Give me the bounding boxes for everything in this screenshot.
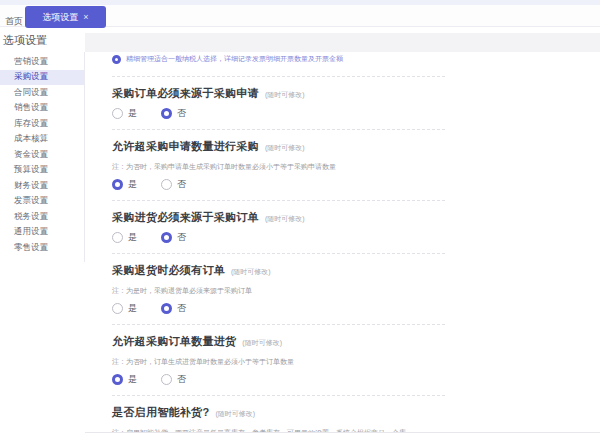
modifiable-hint: (随时可修改) bbox=[265, 143, 305, 153]
radio-button[interactable] bbox=[161, 374, 172, 385]
page-title: 选项设置 bbox=[3, 33, 47, 48]
tab-bar: 首页 选项设置 × bbox=[0, 5, 600, 27]
sidebar-item[interactable]: 库存设置 bbox=[0, 116, 84, 132]
setting-title: 允许超采购订单数量进货 bbox=[112, 334, 236, 349]
sidebar-item[interactable]: 营销设置 bbox=[0, 54, 84, 70]
radio-row: 是 否 bbox=[112, 107, 445, 120]
tab-options-settings-label: 选项设置 bbox=[42, 11, 78, 24]
sidebar-item[interactable]: 发票设置 bbox=[0, 194, 84, 210]
options-settings-page: 首页 选项设置 × 选项设置 营销设置采购设置合同设置销售设置库存设置成本核算资… bbox=[0, 0, 600, 446]
setting-block: 允许超采购订单数量进货 (随时可修改) 注：为否时，订单生成进货单时数量必须小于… bbox=[112, 325, 445, 396]
sidebar-item[interactable]: 资金设置 bbox=[0, 147, 84, 163]
radio-label: 否 bbox=[177, 302, 186, 315]
setting-block: 是否启用智能补货? (随时可修改) 注：启用智能补货，需要注意最低最高库存、参考… bbox=[112, 396, 445, 432]
footer-divider bbox=[85, 432, 600, 433]
tab-home[interactable]: 首页 bbox=[5, 10, 23, 32]
setting-note: 注：为否时，采购申请单生成采购订单时数量必须小于等于采购申请数量 bbox=[112, 162, 412, 172]
modifiable-hint: (随时可修改) bbox=[231, 267, 271, 277]
modifiable-hint: (随时可修改) bbox=[265, 214, 305, 224]
radio-button[interactable] bbox=[161, 179, 172, 190]
radio-button[interactable] bbox=[112, 108, 123, 119]
radio-label: 是 bbox=[128, 373, 137, 386]
radio-label: 否 bbox=[177, 178, 186, 191]
radio-option[interactable]: 否 bbox=[161, 302, 186, 315]
setting-title: 采购订单必须来源于采购申请 bbox=[112, 86, 259, 101]
setting-title: 采购退货时必须有订单 bbox=[112, 263, 225, 278]
sidebar-item[interactable]: 采购设置 bbox=[0, 70, 84, 86]
radio-label: 是 bbox=[128, 107, 137, 120]
radio-label: 是 bbox=[128, 231, 137, 244]
radio-option[interactable]: 否 bbox=[161, 373, 186, 386]
radio-button[interactable] bbox=[161, 108, 172, 119]
radio-option[interactable]: 否 bbox=[161, 231, 186, 244]
sidebar-item[interactable]: 销售设置 bbox=[0, 101, 84, 117]
setting-title: 采购进货必须来源于采购订单 bbox=[112, 210, 259, 225]
sidebar-item[interactable]: 税务设置 bbox=[0, 209, 84, 225]
sidebar-item[interactable]: 零售设置 bbox=[0, 240, 84, 256]
sidebar-item[interactable]: 成本核算 bbox=[0, 132, 84, 148]
radio-label: 否 bbox=[177, 107, 186, 120]
content-top-gutter bbox=[85, 33, 600, 52]
setting-title: 允许超采购申请数量进行采购 bbox=[112, 139, 259, 154]
setting-block: 允许超采购申请数量进行采购 (随时可修改) 注：为否时，采购申请单生成采购订单时… bbox=[112, 130, 445, 201]
radio-option[interactable]: 否 bbox=[161, 107, 186, 120]
modifiable-hint: (随时可修改) bbox=[242, 338, 282, 348]
modifiable-hint: (随时可修改) bbox=[265, 90, 305, 100]
sidebar-item[interactable]: 通用设置 bbox=[0, 225, 84, 241]
radio-option[interactable]: 是 bbox=[112, 302, 137, 315]
radio-row: 是 否 bbox=[112, 373, 445, 386]
settings-content-panel: 精细管理适合一般纳税人选择，详细记录发票明细开票数量及开票金额 采购订单必须来源… bbox=[85, 52, 600, 432]
tab-close-icon[interactable]: × bbox=[83, 13, 88, 22]
modifiable-hint: (随时可修改) bbox=[215, 409, 255, 419]
radio-button[interactable] bbox=[161, 232, 172, 243]
setting-head: 允许超采购订单数量进货 (随时可修改) bbox=[112, 334, 445, 349]
radio-button[interactable] bbox=[112, 55, 121, 64]
radio-label: 否 bbox=[177, 373, 186, 386]
sidebar-item[interactable]: 合同设置 bbox=[0, 85, 84, 101]
partial-option-label: 精细管理适合一般纳税人选择，详细记录发票明细开票数量及开票金额 bbox=[126, 54, 343, 64]
radio-label: 是 bbox=[128, 178, 137, 191]
tab-options-settings[interactable]: 选项设置 × bbox=[25, 6, 106, 28]
setting-note: 注：为是时，采购退货单必须来源于采购订单 bbox=[112, 286, 412, 296]
setting-block: 采购退货时必须有订单 (随时可修改) 注：为是时，采购退货单必须来源于采购订单 … bbox=[112, 254, 445, 325]
radio-button[interactable] bbox=[112, 232, 123, 243]
radio-option[interactable]: 是 bbox=[112, 107, 137, 120]
setting-head: 采购进货必须来源于采购订单 (随时可修改) bbox=[112, 210, 445, 225]
setting-note: 注：为否时，订单生成进货单时数量必须小于等于订单数量 bbox=[112, 357, 412, 367]
radio-button[interactable] bbox=[161, 303, 172, 314]
radio-row: 是 否 bbox=[112, 231, 445, 244]
radio-option[interactable]: 是 bbox=[112, 178, 137, 191]
setting-head: 是否启用智能补货? (随时可修改) bbox=[112, 405, 445, 420]
radio-button[interactable] bbox=[112, 179, 123, 190]
radio-button[interactable] bbox=[112, 374, 123, 385]
radio-row: 是 否 bbox=[112, 178, 445, 191]
settings-sidebar: 营销设置采购设置合同设置销售设置库存设置成本核算资金设置预算设置财务设置发票设置… bbox=[0, 52, 85, 262]
setting-head: 允许超采购申请数量进行采购 (随时可修改) bbox=[112, 139, 445, 154]
radio-label: 否 bbox=[177, 231, 186, 244]
setting-head: 采购退货时必须有订单 (随时可修改) bbox=[112, 263, 445, 278]
radio-button[interactable] bbox=[112, 303, 123, 314]
setting-title: 是否启用智能补货? bbox=[112, 405, 209, 420]
radio-label: 是 bbox=[128, 302, 137, 315]
sidebar-item[interactable]: 财务设置 bbox=[0, 178, 84, 194]
setting-head: 采购订单必须来源于采购申请 (随时可修改) bbox=[112, 86, 445, 101]
radio-option[interactable]: 是 bbox=[112, 373, 137, 386]
radio-option[interactable]: 否 bbox=[161, 178, 186, 191]
radio-option[interactable]: 是 bbox=[112, 231, 137, 244]
sidebar-item[interactable]: 预算设置 bbox=[0, 163, 84, 179]
setting-block: 采购进货必须来源于采购订单 (随时可修改) 是 否 bbox=[112, 201, 445, 254]
setting-block: 采购订单必须来源于采购申请 (随时可修改) 是 否 bbox=[112, 77, 445, 130]
partial-option-row[interactable]: 精细管理适合一般纳税人选择，详细记录发票明细开票数量及开票金额 bbox=[112, 52, 445, 77]
radio-row: 是 否 bbox=[112, 302, 445, 315]
